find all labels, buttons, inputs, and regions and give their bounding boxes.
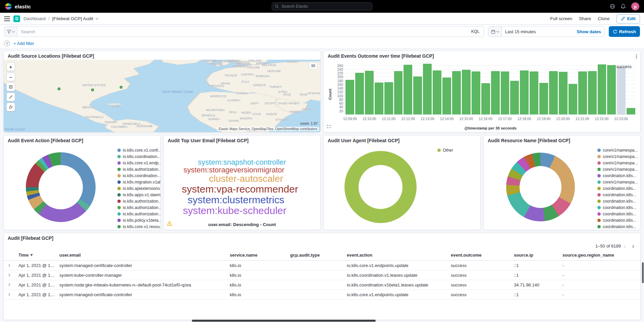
tag-word[interactable]: system:snapshot-controller [198,158,286,166]
legend-item[interactable]: coordination.k8s... [597,217,638,223]
tag-word[interactable]: system:kube-scheduler [183,205,286,216]
panel-title-map[interactable]: Audit Source Locations [Filebeat GCP] [4,51,320,60]
legend-item[interactable]: core/v1/namespa... [597,160,638,166]
legend-item[interactable]: io.k8s.coordination.... [117,172,158,179]
column-header-Time[interactable]: Time [18,253,59,258]
bar-12:13:30[interactable] [433,70,441,114]
prev-page-button[interactable] [622,243,628,249]
legend-item[interactable]: io.k8s.apiextensions.... [117,185,158,192]
panel-title-user-agent[interactable]: Audit User Agent [Filebeat GCP] [324,136,480,144]
expand-row-button[interactable] [6,263,18,268]
full-screen-button[interactable]: Full screen [550,16,572,21]
bar-12:17:00[interactable] [501,71,509,114]
legend-item[interactable]: core/v1/namespa... [597,179,638,185]
attribution-link[interactable]: Elastic Maps Service [219,127,250,131]
bar-12:14:00[interactable] [442,77,451,114]
map-point[interactable] [91,89,94,92]
column-header-event.action[interactable]: event.action [347,253,451,258]
breadcrumb-dashboard[interactable]: Dashboard [23,16,46,21]
panel-menu-icon[interactable] [635,54,638,59]
legend-item[interactable]: io.k8s.migration.v1al... [117,179,158,185]
notifications-icon[interactable] [621,4,626,9]
bar-12:23:00[interactable] [617,67,626,114]
bar-12:20:00[interactable] [559,72,568,114]
map-point[interactable] [120,86,123,89]
legend-item[interactable]: core/v1/namespa... [597,153,638,160]
legend-item[interactable]: core/v1/namespa... [597,147,638,153]
vertical-scrollbar-thumb[interactable] [642,262,644,283]
bar-12:18:00[interactable] [520,70,529,114]
donut-chart-user-agent[interactable] [344,151,417,223]
bar-12:10:00[interactable] [365,71,374,114]
legend-item[interactable]: io.k8s.authorization... [117,166,158,172]
column-header-service.name[interactable]: service.name [230,253,290,258]
bar-12:22:00[interactable] [598,64,606,114]
elastic-logo-icon[interactable] [5,3,12,10]
legend-toggle-icon[interactable] [326,124,332,130]
bar-12:10:30[interactable] [375,83,383,114]
bar-12:13:00[interactable] [423,64,432,114]
bar-12:15:30[interactable] [472,71,480,114]
bar-12:17:30[interactable] [510,81,519,114]
menu-icon[interactable] [4,16,10,21]
legend-item[interactable]: io.k8s.core.v1.endp... [117,160,158,166]
global-search-input[interactable] [281,4,369,9]
bar-12:18:30[interactable] [530,71,538,114]
panel-title-audit-table[interactable]: Audit [Filebeat GCP] [4,233,640,242]
legend-item[interactable]: io.k8s.authorization.... [117,211,158,217]
help-icon[interactable] [610,4,615,9]
expand-row-button[interactable] [6,273,18,277]
chart-legend[interactable]: success [611,64,632,69]
bar-12:16:00[interactable] [481,83,490,114]
bar-12:21:30[interactable] [588,71,597,114]
attribution-link[interactable]: OpenMapTiles [252,127,273,131]
query-search-input[interactable] [17,29,467,34]
legend-item[interactable]: coordination.k8s... [597,211,638,217]
bar-12:11:00[interactable] [384,82,393,114]
global-search[interactable] [272,2,372,10]
ruler-button[interactable] [6,93,15,101]
column-header-gcp.audit.type[interactable]: gcp.audit.type [290,253,347,258]
next-page-button[interactable] [630,243,636,249]
show-dates-button[interactable]: Show dates [577,29,604,34]
legend-item[interactable]: io.k8s.core.v1.confi... [117,147,158,153]
legend-item[interactable]: Other [437,147,478,153]
horizontal-scrollbar-thumb[interactable] [192,320,376,322]
column-header-source.geo.region_name[interactable]: source.geo.region_name [562,253,638,258]
expand-row-button[interactable] [6,282,18,287]
expand-row-button[interactable] [6,292,18,297]
kql-selector[interactable]: KQL [467,29,484,34]
bar-12:16:30[interactable] [491,71,500,114]
column-header-source.ip[interactable]: source.ip [514,253,562,258]
tag-word[interactable]: system:vpa-recommender [182,184,298,195]
bar-12:12:30[interactable] [413,76,422,114]
legend-item[interactable]: coordination.k8s... [597,192,638,198]
bar-12:21:00[interactable] [578,71,587,114]
legend-item[interactable]: io.k8s.core.v1.resou... [117,223,158,230]
bar-12:19:30[interactable] [549,71,558,114]
map-point[interactable] [58,87,61,90]
date-picker-button[interactable] [488,26,502,37]
legend-item[interactable]: io.k8s.coordination.... [117,153,158,160]
bar-12:14:30[interactable] [452,71,461,114]
dashboard-app-badge[interactable]: D [13,15,20,22]
map-legend-button[interactable] [309,62,318,69]
panel-title-resource-name[interactable]: Audit Resource Name [Filebeat GCP] [484,136,640,144]
legend-item[interactable]: coordination.k8s... [597,204,638,211]
legend-item[interactable]: coordination.k8s... [597,185,638,192]
legend-item[interactable]: io.k8s.authorization.... [117,204,158,211]
zoom-in-button[interactable]: + [6,62,15,71]
bar-12:20:30[interactable] [569,84,577,114]
column-header-event.outcome[interactable]: event.outcome [451,253,514,258]
panel-title-outcome[interactable]: Audit Events Outcome over time [Filebeat… [324,51,640,60]
legend-item[interactable]: io.k8s.authorization... [117,198,158,204]
user-avatar[interactable]: p [631,2,639,10]
warning-icon[interactable] [167,221,172,227]
legend-item[interactable]: coordination.k8s... [597,198,638,204]
zoom-out-button[interactable]: – [6,72,15,81]
filter-settings-icon[interactable] [4,40,10,46]
add-filter-button[interactable]: + Add filter [13,41,34,46]
legend-item[interactable]: io.k8s.apps.v1.daem... [117,192,158,198]
panel-title-top-user-email[interactable]: Audit Top User Email [Filebeat GCP] [164,136,320,144]
fit-bounds-button[interactable] [6,83,15,91]
